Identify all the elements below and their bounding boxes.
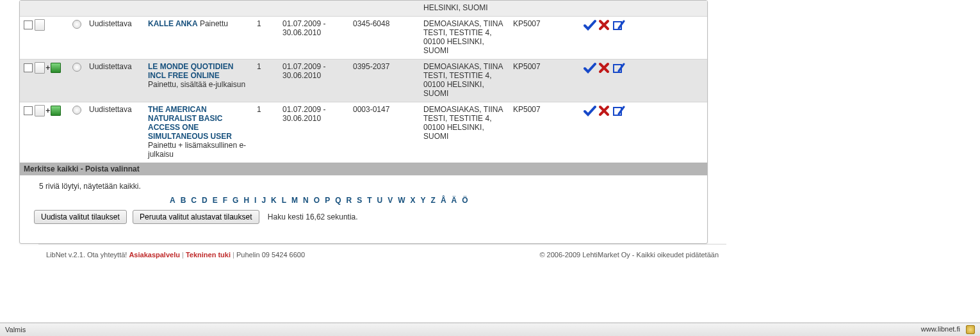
customer-cell: DEMOASIAKAS, TIINA TESTI, TESTITIE 4, 00…	[420, 60, 509, 102]
table-row: + Uudistettava THE AMERICAN NATURALIST B…	[20, 102, 707, 163]
status-dot-icon	[72, 106, 81, 115]
plus-icon: +	[45, 106, 51, 115]
edit-icon[interactable]	[612, 19, 625, 31]
customer-cell: DEMOASIAKAS, TIINA TESTI, TESTITIE 4, 00…	[420, 17, 509, 60]
title-cell: THE AMERICAN NATURALIST BASIC ACCESS ONE…	[144, 102, 253, 163]
row-icons	[20, 17, 69, 60]
select-bar: Merkitse kaikki - Poista valinnat	[20, 163, 707, 175]
alpha-letter[interactable]: X	[408, 196, 418, 205]
support-link[interactable]: Asiakaspalvelu	[129, 251, 180, 259]
select-all-link[interactable]: Merkitse kaikki	[24, 164, 78, 173]
format-text: Painettu, sisältää e-julkaisun	[148, 80, 249, 89]
alpha-letter[interactable]: C	[188, 196, 199, 205]
status-cell: Uudistettava	[85, 17, 144, 60]
table-row: Uudistettava KALLE ANKA Painettu 1 01.07…	[20, 17, 707, 60]
issn-cell: 0003-0147	[349, 102, 420, 163]
status-dot-icon	[72, 20, 81, 29]
action-icons	[580, 17, 707, 60]
tech-support-link[interactable]: Tekninen tuki	[186, 251, 231, 259]
alpha-letter[interactable]: P	[322, 196, 332, 205]
code-cell: KP5007	[509, 102, 580, 163]
footer-left: LibNet v.2.1. Ota yhteyttä! Asiakaspalve…	[46, 251, 305, 259]
alpha-letter[interactable]: F	[220, 196, 230, 205]
reject-icon[interactable]	[598, 19, 610, 31]
renew-button[interactable]: Uudista valitut tilaukset	[34, 210, 127, 224]
alpha-letter[interactable]: S	[354, 196, 364, 205]
row-checkbox[interactable]	[24, 63, 33, 72]
alpha-letter[interactable]: Ö	[459, 196, 470, 205]
alpha-filter: ABCDEFGHIJKLMNOPQRSTUVWXYZÅÄÖ	[20, 195, 707, 210]
alpha-letter[interactable]: Å	[438, 196, 449, 205]
clear-selection-link[interactable]: Poista valinnat	[85, 164, 140, 173]
code-cell: KP5007	[509, 60, 580, 102]
search-duration: Haku kesti 16,62 sekuntia.	[268, 212, 358, 221]
alpha-letter[interactable]: A	[167, 196, 178, 205]
alpha-letter[interactable]: D	[199, 196, 210, 205]
edit-icon[interactable]	[612, 62, 625, 74]
row-icons: +	[20, 60, 69, 102]
footer-phone: Puhelin 09 5424 6600	[236, 251, 305, 259]
confirm-icon[interactable]	[584, 19, 596, 31]
reject-icon[interactable]	[598, 105, 610, 116]
issn-cell: 0395-2037	[349, 60, 420, 102]
title-link[interactable]: KALLE ANKA	[148, 19, 198, 28]
action-icons	[580, 60, 707, 102]
alpha-letter[interactable]: I	[252, 196, 259, 205]
alpha-letter[interactable]: B	[178, 196, 189, 205]
document-icon[interactable]	[35, 105, 45, 116]
orders-table: HELSINKI, SUOMI Uudistettava KALLE ANKA …	[20, 1, 707, 163]
alpha-letter[interactable]: Y	[418, 196, 429, 205]
reject-icon[interactable]	[598, 62, 610, 74]
confirm-icon[interactable]	[584, 62, 596, 74]
alpha-letter[interactable]: G	[230, 196, 241, 205]
confirm-icon[interactable]	[584, 105, 596, 116]
edit-icon[interactable]	[612, 105, 625, 116]
code-cell: KP5007	[509, 17, 580, 60]
qty-cell: 1	[253, 60, 279, 102]
issn-cell: 0345-6048	[349, 17, 420, 60]
alpha-letter[interactable]: Ä	[449, 196, 460, 205]
row-checkbox[interactable]	[24, 106, 33, 115]
title-link[interactable]: THE AMERICAN NATURALIST BASIC ACCESS ONE…	[148, 105, 249, 141]
plus-icon: +	[45, 63, 51, 72]
title-cell: KALLE ANKA Painettu	[144, 17, 253, 60]
table-row: + Uudistettava LE MONDE QUOTIDIEN INCL F…	[20, 60, 707, 102]
document-icon[interactable]	[35, 19, 45, 31]
alpha-letter[interactable]: J	[259, 196, 268, 205]
alpha-letter[interactable]: K	[268, 196, 279, 205]
alpha-letter[interactable]: Z	[429, 196, 438, 205]
row-checkbox[interactable]	[24, 20, 33, 29]
alpha-letter[interactable]: M	[289, 196, 300, 205]
period-cell: 01.07.2009 - 30.06.2010	[279, 102, 349, 163]
title-cell: LE MONDE QUOTIDIEN INCL FREE ONLINE Pain…	[144, 60, 253, 102]
period-cell: 01.07.2009 - 30.06.2010	[279, 60, 349, 102]
footer-right: © 2006-2009 LehtiMarket Oy - Kaikki oike…	[539, 251, 719, 259]
online-icon[interactable]	[51, 63, 61, 73]
format-text: Painettu + lisämaksullinen e-julkaisu	[148, 141, 249, 159]
document-icon[interactable]	[35, 62, 45, 74]
online-icon[interactable]	[51, 106, 61, 116]
alpha-letter[interactable]: O	[311, 196, 322, 205]
qty-cell: 1	[253, 17, 279, 60]
status-dot-icon	[72, 63, 81, 72]
result-summary: 5 riviä löytyi, näytetään kaikki.	[20, 175, 707, 195]
title-link[interactable]: LE MONDE QUOTIDIEN INCL FREE ONLINE	[148, 62, 249, 80]
alpha-letter[interactable]: H	[241, 196, 252, 205]
alpha-letter[interactable]: V	[385, 196, 395, 205]
alpha-letter[interactable]: U	[375, 196, 386, 205]
customer-cell: HELSINKI, SUOMI	[420, 1, 509, 17]
format-text: Painettu	[200, 19, 228, 28]
alpha-letter[interactable]: L	[279, 196, 289, 205]
alpha-letter[interactable]: N	[300, 196, 311, 205]
alpha-letter[interactable]: R	[343, 196, 354, 205]
alpha-letter[interactable]: E	[210, 196, 220, 205]
alpha-letter[interactable]: Q	[332, 196, 343, 205]
alpha-letter[interactable]: W	[395, 196, 407, 205]
action-icons	[580, 102, 707, 163]
row-icons: +	[20, 102, 69, 163]
cancel-button[interactable]: Peruuta valitut alustavat tilaukset	[133, 210, 259, 224]
footer: LibNet v.2.1. Ota yhteyttä! Asiakaspalve…	[38, 244, 726, 268]
qty-cell: 1	[253, 102, 279, 163]
alpha-letter[interactable]: T	[364, 196, 374, 205]
table-row: HELSINKI, SUOMI	[20, 1, 707, 17]
